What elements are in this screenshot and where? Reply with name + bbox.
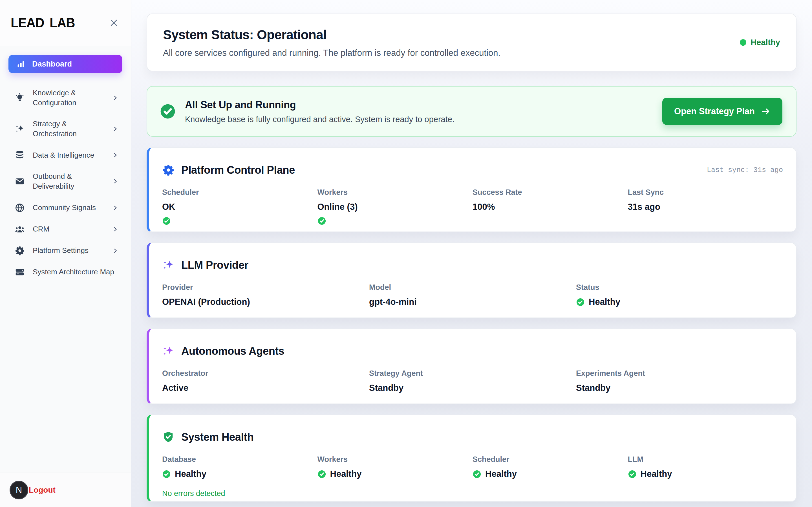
chevron-right-icon	[112, 152, 118, 158]
stat-label: Last Sync	[628, 188, 783, 197]
sidebar-item-data-intelligence[interactable]: Data & Intelligence	[8, 145, 123, 166]
stat-value: Healthy	[330, 469, 362, 479]
arrow-right-icon	[761, 107, 770, 116]
sidebar-item-label: Community Signals	[33, 203, 104, 213]
stat-value: Healthy	[485, 469, 517, 479]
page-title: System Status: Operational	[163, 27, 501, 42]
main-content: System Status: Operational All core serv…	[131, 0, 812, 507]
card-header: Autonomous Agents	[162, 345, 783, 357]
sparkles-icon	[162, 345, 175, 357]
stat-experiments-agent: Experiments Agent Standby	[576, 369, 783, 393]
sidebar-item-community-signals[interactable]: Community Signals	[8, 197, 123, 219]
stat-label: Provider	[162, 283, 369, 292]
open-strategy-plan-label: Open Strategy Plan	[674, 106, 755, 116]
sidebar-item-outbound-deliverability[interactable]: Outbound & Deliverability	[8, 166, 123, 197]
stats-grid: Orchestrator Active Strategy Agent Stand…	[162, 369, 783, 393]
stats-grid: Database Healthy Workers Healthy	[162, 455, 783, 479]
green-dot-icon	[740, 39, 746, 46]
sidebar-item-system-architecture-map[interactable]: System Architecture Map	[8, 262, 123, 283]
card-header: LLM Provider	[162, 259, 783, 271]
chevron-right-icon	[112, 247, 118, 254]
stat-database: Database Healthy	[162, 455, 317, 479]
chevron-right-icon	[112, 178, 118, 184]
server-icon	[15, 267, 25, 277]
stat-value: Healthy	[589, 297, 620, 307]
check-circle-icon	[162, 217, 171, 225]
sparkles-icon	[162, 259, 175, 271]
card-title: LLM Provider	[181, 259, 248, 271]
close-icon	[109, 17, 119, 28]
card-header: System Health	[162, 431, 783, 443]
stat-value: Online (3)	[317, 202, 473, 212]
system-health-card: System Health Database Healthy Workers	[147, 414, 797, 502]
stat-value: gpt-4o-mini	[369, 297, 576, 307]
users-icon	[15, 224, 25, 234]
stat-value: 31s ago	[628, 202, 783, 212]
llm-provider-card: LLM Provider Provider OPENAI (Production…	[147, 242, 797, 318]
stat-label: Workers	[317, 188, 473, 197]
sidebar-item-label: Strategy & Orchestration	[33, 119, 104, 139]
stat-llm: LLM Healthy	[628, 455, 783, 479]
stats-grid: Scheduler OK Workers Online (3) Success …	[162, 188, 783, 225]
sidebar-item-knowledge-configuration[interactable]: Knowledge & Configuration	[8, 82, 123, 113]
system-status-text: System Status: Operational All core serv…	[163, 27, 501, 58]
app-logo: LEAD LAB	[11, 15, 75, 31]
sidebar: LEAD LAB Dashboard	[0, 0, 131, 507]
sidebar-item-label: Data & Intelligence	[33, 150, 104, 160]
chevron-right-icon	[112, 95, 118, 101]
sidebar-item-crm[interactable]: CRM	[8, 219, 123, 240]
check-circle-icon	[472, 470, 481, 478]
sidebar-item-strategy-orchestration[interactable]: Strategy & Orchestration	[8, 113, 123, 145]
stat-value: OPENAI (Production)	[162, 297, 369, 307]
setup-banner: All Set Up and Running Knowledge base is…	[147, 86, 797, 137]
sidebar-item-label: Dashboard	[32, 60, 72, 68]
chevron-right-icon	[112, 226, 118, 232]
stat-value: Healthy	[641, 469, 672, 479]
stat-label: Strategy Agent	[369, 369, 576, 378]
envelope-icon	[15, 176, 25, 186]
sidebar-item-label: Platform Settings	[33, 245, 104, 256]
stat-last-sync: Last Sync 31s ago	[628, 188, 783, 225]
sidebar-item-label: System Architecture Map	[33, 267, 121, 277]
stat-value: OK	[162, 202, 317, 212]
open-strategy-plan-button[interactable]: Open Strategy Plan	[662, 98, 782, 125]
check-circle-icon	[317, 217, 326, 225]
avatar[interactable]: N	[10, 481, 28, 499]
logout-button[interactable]: Logout	[29, 486, 56, 495]
stat-label: Model	[369, 283, 576, 292]
stat-workers: Workers Online (3)	[317, 188, 473, 225]
shield-check-icon	[162, 431, 175, 443]
stat-status: Status Healthy	[576, 283, 783, 307]
stat-label: Scheduler	[162, 188, 317, 197]
check-circle-icon	[628, 470, 637, 478]
stat-value: Healthy	[175, 469, 207, 479]
last-sync-note: Last sync: 31s ago	[707, 166, 783, 174]
sidebar-item-dashboard[interactable]: Dashboard	[8, 55, 122, 73]
lightbulb-icon	[15, 93, 25, 103]
platform-control-plane-card: Platform Control Plane Last sync: 31s ag…	[147, 148, 797, 232]
stat-label: LLM	[628, 455, 783, 464]
health-footer-note: No errors detected	[162, 489, 783, 498]
sidebar-close-button[interactable]	[108, 17, 120, 29]
stat-value: 100%	[472, 202, 628, 212]
chevron-right-icon	[112, 205, 118, 211]
stat-label: Success Rate	[472, 188, 628, 197]
check-circle-icon	[160, 103, 176, 120]
stat-scheduler: Scheduler Healthy	[472, 455, 628, 479]
stat-label: Experiments Agent	[576, 369, 783, 378]
setup-banner-subtitle: Knowledge base is fully configured and a…	[185, 115, 455, 124]
stat-value: Standby	[576, 383, 783, 393]
health-status-badge: Healthy	[740, 38, 780, 47]
sidebar-item-label: Outbound & Deliverability	[33, 171, 104, 191]
app-root: LEAD LAB Dashboard	[0, 0, 812, 507]
check-circle-icon	[576, 298, 585, 306]
system-status-card: System Status: Operational All core serv…	[147, 13, 797, 71]
sidebar-item-platform-settings[interactable]: Platform Settings	[8, 240, 123, 262]
stat-scheduler: Scheduler OK	[162, 188, 317, 225]
check-circle-icon	[162, 470, 171, 478]
stats-grid: Provider OPENAI (Production) Model gpt-4…	[162, 283, 783, 307]
stat-success-rate: Success Rate 100%	[472, 188, 628, 225]
stat-value: Standby	[369, 383, 576, 393]
stat-value: Active	[162, 383, 369, 393]
stat-strategy-agent: Strategy Agent Standby	[369, 369, 576, 393]
